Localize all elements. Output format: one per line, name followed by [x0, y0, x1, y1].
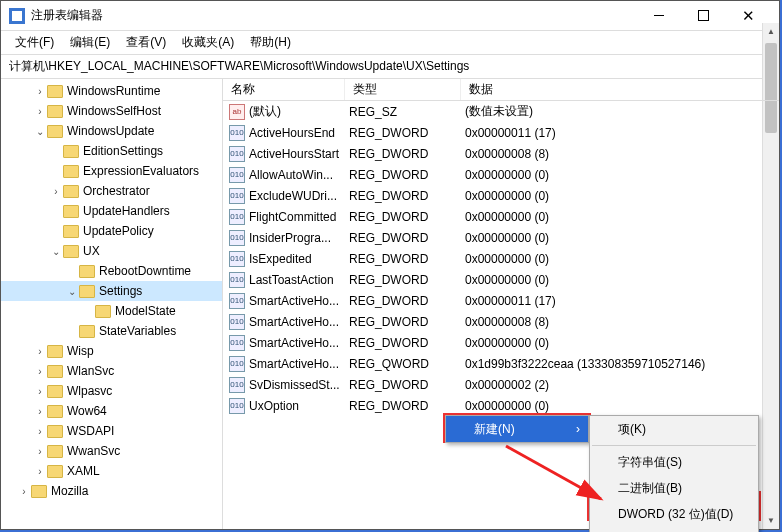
cm-key[interactable]: 项(K)	[590, 416, 758, 442]
tree-item[interactable]: ⌄Settings	[1, 281, 222, 301]
value-type: REG_DWORD	[349, 126, 465, 140]
tree-item[interactable]: ›WlanSvc	[1, 361, 222, 381]
chevron-icon[interactable]: ›	[33, 406, 47, 417]
value-icon: 010	[229, 314, 245, 330]
maximize-button[interactable]	[681, 2, 726, 30]
cm-qword[interactable]: QWORD (64 位)值(Q)	[590, 527, 758, 532]
minimize-button[interactable]	[636, 2, 681, 30]
value-row[interactable]: 010FlightCommittedREG_DWORD0x00000000 (0…	[223, 206, 779, 227]
menu-help[interactable]: 帮助(H)	[242, 32, 299, 53]
folder-icon	[63, 225, 79, 238]
tree-item[interactable]: ›WindowsSelfHost	[1, 101, 222, 121]
tree-label: WindowsSelfHost	[67, 104, 161, 118]
chevron-icon[interactable]: ›	[33, 346, 47, 357]
folder-icon	[47, 425, 63, 438]
value-row[interactable]: 010ActiveHoursEndREG_DWORD0x00000011 (17…	[223, 122, 779, 143]
submenu-arrow-icon: ›	[576, 422, 580, 436]
value-type: REG_DWORD	[349, 210, 465, 224]
tree-item[interactable]: ›WSDAPI	[1, 421, 222, 441]
tree-item[interactable]: UpdatePolicy	[1, 221, 222, 241]
regedit-window: 注册表编辑器 ✕ 文件(F) 编辑(E) 查看(V) 收藏夹(A) 帮助(H) …	[0, 0, 780, 530]
tree-item[interactable]: ⌄UX	[1, 241, 222, 261]
col-data[interactable]: 数据	[461, 79, 779, 100]
tree-item[interactable]: ›Orchestrator	[1, 181, 222, 201]
value-type: REG_DWORD	[349, 147, 465, 161]
folder-icon	[79, 285, 95, 298]
menu-file[interactable]: 文件(F)	[7, 32, 62, 53]
value-data: 0x1d99b3f3222ceaa (133308359710527146)	[465, 357, 779, 371]
value-row[interactable]: 010SmartActiveHo...REG_DWORD0x00000008 (…	[223, 311, 779, 332]
tree-item[interactable]: RebootDowntime	[1, 261, 222, 281]
tree-item[interactable]: ›Mozilla	[1, 481, 222, 501]
chevron-icon[interactable]: ›	[49, 186, 63, 197]
value-name: UxOption	[249, 399, 349, 413]
rows-container: ab(默认)REG_SZ(数值未设置)010ActiveHoursEndREG_…	[223, 101, 779, 416]
tree-item[interactable]: ExpressionEvaluators	[1, 161, 222, 181]
window-title: 注册表编辑器	[31, 7, 636, 24]
value-name: SmartActiveHo...	[249, 336, 349, 350]
value-row[interactable]: 010SvDismissedSt...REG_DWORD0x00000002 (…	[223, 374, 779, 395]
col-name[interactable]: 名称	[223, 79, 345, 100]
value-icon: 010	[229, 335, 245, 351]
value-row[interactable]: 010LastToastActionREG_DWORD0x00000000 (0…	[223, 269, 779, 290]
value-row[interactable]: 010AllowAutoWin...REG_DWORD0x00000000 (0…	[223, 164, 779, 185]
address-bar[interactable]: 计算机\HKEY_LOCAL_MACHINE\SOFTWARE\Microsof…	[1, 55, 779, 79]
tree-panel[interactable]: ▲ ▼ ›WindowsRuntime›WindowsSelfHost⌄Wind…	[1, 79, 223, 529]
tree-item[interactable]: ›Wow64	[1, 401, 222, 421]
tree-item[interactable]: ModelState	[1, 301, 222, 321]
chevron-icon[interactable]: ›	[33, 106, 47, 117]
value-row[interactable]: 010SmartActiveHo...REG_DWORD0x00000011 (…	[223, 290, 779, 311]
folder-icon	[47, 125, 63, 138]
value-row[interactable]: 010ExcludeWUDri...REG_DWORD0x00000000 (0…	[223, 185, 779, 206]
tree-item[interactable]: ›Wlpasvc	[1, 381, 222, 401]
chevron-icon[interactable]: ›	[33, 426, 47, 437]
menu-favorites[interactable]: 收藏夹(A)	[174, 32, 242, 53]
tree-item[interactable]: ›WwanSvc	[1, 441, 222, 461]
value-row[interactable]: 010SmartActiveHo...REG_DWORD0x00000000 (…	[223, 332, 779, 353]
tree-item[interactable]: ›Wisp	[1, 341, 222, 361]
menu-view[interactable]: 查看(V)	[118, 32, 174, 53]
separator	[592, 445, 756, 446]
value-row[interactable]: 010ActiveHoursStartREG_DWORD0x00000008 (…	[223, 143, 779, 164]
value-data: 0x00000011 (17)	[465, 126, 779, 140]
tree-item[interactable]: ⌄WindowsUpdate	[1, 121, 222, 141]
value-row[interactable]: 010IsExpeditedREG_DWORD0x00000000 (0)	[223, 248, 779, 269]
tree-label: Mozilla	[51, 484, 88, 498]
value-type: REG_DWORD	[349, 252, 465, 266]
chevron-icon[interactable]: ›	[17, 486, 31, 497]
cm-binary[interactable]: 二进制值(B)	[590, 475, 758, 501]
chevron-icon[interactable]: ⌄	[49, 246, 63, 257]
chevron-icon[interactable]: ⌄	[33, 126, 47, 137]
tree-label: Wisp	[67, 344, 94, 358]
folder-icon	[47, 445, 63, 458]
tree-item[interactable]: UpdateHandlers	[1, 201, 222, 221]
value-data: 0x00000000 (0)	[465, 168, 779, 182]
tree-label: EditionSettings	[83, 144, 163, 158]
menu-edit[interactable]: 编辑(E)	[62, 32, 118, 53]
chevron-icon[interactable]: ›	[33, 446, 47, 457]
value-row[interactable]: 010UxOptionREG_DWORD0x00000000 (0)	[223, 395, 779, 416]
value-type: REG_DWORD	[349, 336, 465, 350]
chevron-icon[interactable]: ›	[33, 386, 47, 397]
folder-icon	[47, 465, 63, 478]
value-type: REG_DWORD	[349, 168, 465, 182]
cm-string[interactable]: 字符串值(S)	[590, 449, 758, 475]
col-type[interactable]: 类型	[345, 79, 461, 100]
tree-item[interactable]: ›XAML	[1, 461, 222, 481]
chevron-icon[interactable]: ⌄	[65, 286, 79, 297]
cm-dword[interactable]: DWORD (32 位)值(D)	[590, 501, 758, 527]
tree-item[interactable]: ›WindowsRuntime	[1, 81, 222, 101]
chevron-icon[interactable]: ›	[33, 366, 47, 377]
value-row[interactable]: 010SmartActiveHo...REG_QWORD0x1d99b3f322…	[223, 353, 779, 374]
tree-item[interactable]: StateVariables	[1, 321, 222, 341]
chevron-icon[interactable]: ›	[33, 86, 47, 97]
value-name: SvDismissedSt...	[249, 378, 349, 392]
tree-item[interactable]: EditionSettings	[1, 141, 222, 161]
chevron-icon[interactable]: ›	[33, 466, 47, 477]
value-icon: 010	[229, 356, 245, 372]
value-row[interactable]: 010InsiderProgra...REG_DWORD0x00000000 (…	[223, 227, 779, 248]
value-row[interactable]: ab(默认)REG_SZ(数值未设置)	[223, 101, 779, 122]
cm-new[interactable]: 新建(N) ›	[446, 416, 588, 442]
list-header: 名称 类型 数据	[223, 79, 779, 101]
value-data: (数值未设置)	[465, 103, 779, 120]
